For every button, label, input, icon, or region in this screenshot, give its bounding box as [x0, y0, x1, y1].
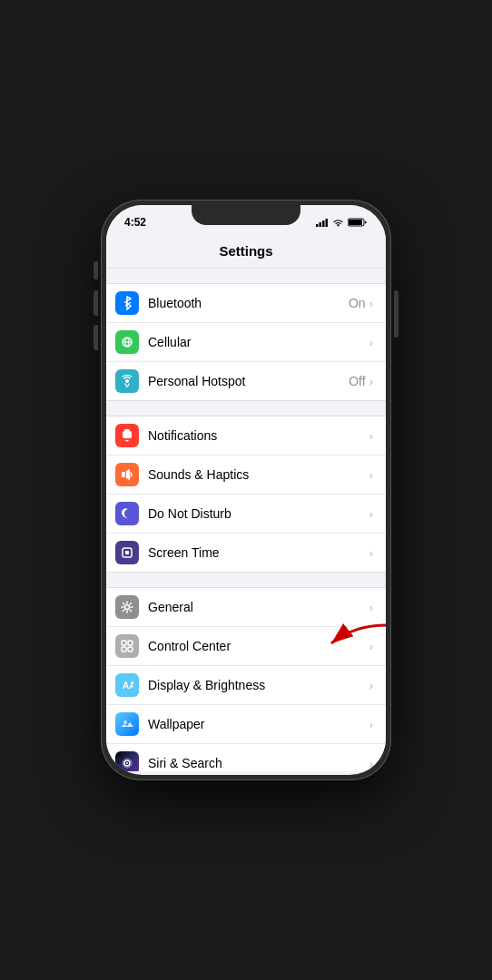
row-controlcenter[interactable]: Control Center › — [106, 627, 386, 666]
svg-point-17 — [125, 605, 130, 610]
hotspot-value: Off — [349, 374, 365, 388]
row-siri[interactable]: Siri & Search › — [106, 744, 386, 771]
row-notifications[interactable]: Notifications › — [106, 416, 386, 456]
general-label: General — [148, 600, 193, 614]
svg-rect-6 — [349, 220, 362, 225]
displaybrightness-chevron: › — [369, 679, 373, 692]
section-notifications: Notifications › — [106, 416, 386, 573]
wallpaper-icon — [115, 712, 139, 736]
bluetooth-chevron: › — [369, 297, 373, 310]
svg-rect-13 — [122, 472, 125, 477]
notifications-content: Notifications › — [148, 428, 373, 443]
controlcenter-label: Control Center — [148, 639, 231, 653]
displaybrightness-right: › — [369, 679, 373, 692]
general-icon — [115, 595, 139, 619]
settings-title: Settings — [219, 243, 272, 259]
display-symbol: AA — [121, 679, 133, 691]
status-icons — [316, 218, 368, 227]
bluetooth-content: Bluetooth On › — [148, 296, 373, 310]
moon-symbol — [121, 507, 133, 520]
general-content: General › — [148, 600, 373, 614]
svg-rect-3 — [326, 219, 329, 227]
svg-point-26 — [126, 762, 128, 764]
displaybrightness-content: Display & Brightness › — [148, 678, 373, 692]
row-cellular[interactable]: Cellular › — [106, 323, 386, 362]
hotspot-right: Off › — [349, 374, 373, 388]
row-wallpaper[interactable]: Wallpaper › — [106, 705, 386, 744]
wallpaper-symbol — [121, 718, 133, 730]
donotdisturb-right: › — [369, 507, 373, 521]
notifications-right: › — [369, 429, 373, 443]
svg-text:AA: AA — [123, 681, 133, 691]
donotdisturb-chevron: › — [369, 507, 373, 521]
hotspot-content: Personal Hotspot Off › — [148, 374, 373, 388]
general-chevron: › — [369, 601, 373, 614]
svg-point-10 — [125, 379, 129, 383]
cellular-chevron: › — [369, 336, 373, 349]
volume-down-button — [93, 325, 98, 350]
cellular-content: Cellular › — [148, 335, 373, 349]
controlcenter-right: › — [369, 640, 373, 653]
bluetooth-icon — [115, 291, 139, 315]
svg-rect-21 — [128, 647, 133, 652]
sounds-label: Sounds & Haptics — [148, 467, 249, 482]
svg-rect-2 — [322, 220, 325, 227]
bluetooth-symbol — [121, 296, 133, 310]
wallpaper-content: Wallpaper › — [148, 717, 373, 731]
wifi-icon — [332, 218, 344, 227]
silent-switch — [93, 261, 98, 279]
screentime-label: Screen Time — [148, 545, 220, 560]
row-general[interactable]: General › — [106, 588, 386, 627]
siri-label: Siri & Search — [148, 756, 222, 770]
controlcenter-chevron: › — [369, 640, 373, 653]
row-hotspot[interactable]: Personal Hotspot Off › — [106, 362, 386, 400]
svg-rect-12 — [124, 429, 130, 432]
svg-rect-18 — [122, 641, 126, 645]
displaybrightness-label: Display & Brightness — [148, 678, 265, 692]
row-displaybrightness[interactable]: AA Display & Brightness › — [106, 666, 386, 705]
battery-icon — [348, 218, 368, 227]
controlcenter-content: Control Center › — [148, 639, 373, 653]
signal-icon — [316, 218, 329, 227]
phone-frame: 4:52 — [101, 200, 391, 780]
row-sounds[interactable]: Sounds & Haptics › — [106, 456, 386, 495]
wallpaper-label: Wallpaper — [148, 717, 205, 731]
row-donotdisturb[interactable]: Do Not Disturb › — [106, 495, 386, 534]
siri-chevron: › — [369, 757, 373, 770]
row-screentime[interactable]: Screen Time › — [106, 534, 386, 572]
displaybrightness-icon: AA — [115, 673, 139, 697]
donotdisturb-label: Do Not Disturb — [148, 506, 231, 521]
settings-scroll[interactable]: Bluetooth On › — [106, 269, 386, 771]
screentime-symbol — [121, 546, 133, 559]
screentime-right: › — [369, 546, 373, 560]
svg-rect-11 — [123, 431, 132, 438]
screentime-chevron: › — [369, 546, 373, 560]
bluetooth-value: On — [349, 296, 366, 310]
cellular-label: Cellular — [148, 335, 191, 349]
siri-symbol — [121, 757, 133, 769]
donotdisturb-icon — [115, 502, 139, 525]
bluetooth-label: Bluetooth — [148, 296, 202, 310]
volume-up-button — [93, 290, 98, 316]
status-time: 4:52 — [124, 216, 146, 229]
settings-header: Settings — [106, 236, 386, 269]
sounds-icon — [115, 463, 139, 486]
sounds-content: Sounds & Haptics › — [148, 467, 373, 482]
hotspot-chevron: › — [369, 375, 373, 388]
hotspot-symbol — [121, 375, 133, 387]
notifications-icon — [115, 424, 139, 447]
cellular-icon — [115, 330, 139, 354]
siri-icon — [115, 751, 139, 771]
wallpaper-right: › — [369, 718, 373, 731]
cellular-symbol — [121, 336, 133, 348]
sounds-chevron: › — [369, 468, 373, 482]
screentime-icon — [115, 541, 139, 564]
bluetooth-right: On › — [349, 296, 373, 310]
svg-rect-20 — [122, 647, 126, 652]
notifications-chevron: › — [369, 429, 373, 443]
row-bluetooth[interactable]: Bluetooth On › — [106, 284, 386, 323]
sounds-symbol — [121, 469, 133, 480]
hotspot-icon — [115, 369, 139, 393]
svg-rect-1 — [320, 222, 322, 227]
controlcenter-icon — [115, 634, 139, 658]
